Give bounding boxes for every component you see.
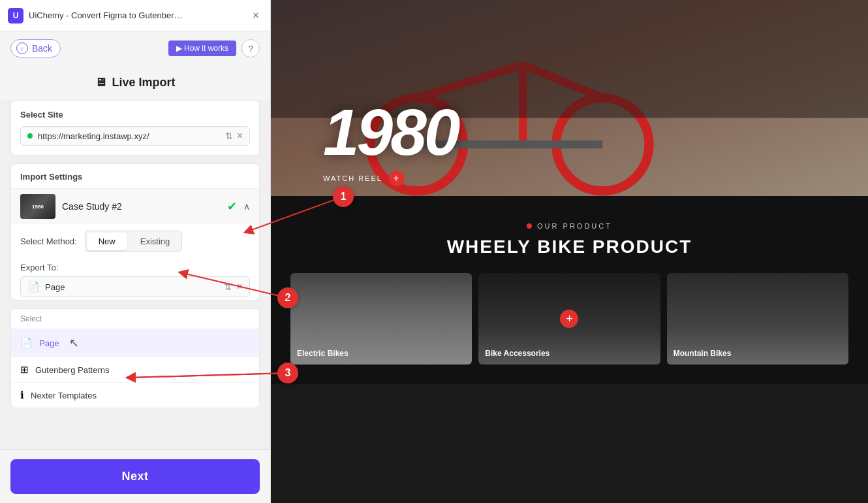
back-arrow-icon: ‹ xyxy=(16,42,28,54)
cursor-icon: ↖ xyxy=(69,336,79,350)
left-panel: U UiChemy - Convert Figma to Gutenberg B… xyxy=(0,0,271,503)
page-dropdown-icon: 📄 xyxy=(20,337,33,349)
export-clear-button[interactable]: × xyxy=(237,282,243,292)
method-new-button[interactable]: New xyxy=(87,233,127,250)
thumb-inner: 1980 xyxy=(20,194,55,219)
nexter-dropdown-icon: ℹ xyxy=(20,389,24,401)
hero-year: 1980 xyxy=(323,95,457,170)
export-arrows[interactable]: ⇅ xyxy=(224,282,232,292)
dropdown-patterns-label: Gutenberg Patterns xyxy=(35,365,109,375)
dropdown-box: Select 📄 Page ↖ ⊞ Gutenberg Patterns ℹ N… xyxy=(10,308,260,408)
check-icon: ✔ xyxy=(227,199,237,214)
accessories-label: Bike Accessories xyxy=(485,349,550,358)
site-url-text: https://marketing.instawp.xyz/ xyxy=(38,131,220,141)
site-select-arrows[interactable]: ⇅ xyxy=(225,131,233,141)
preview-products: OUR PRODUCT WHEELY BIKE PRODUCT Electric… xyxy=(271,196,868,384)
right-panel: 1980 WATCH REEL + OUR PRODUCT WHEELY BIK… xyxy=(271,0,868,503)
select-method-label: Select Method: xyxy=(20,236,77,246)
how-it-works-label: ▶ How it works xyxy=(176,44,228,53)
case-study-row: 1980 Case Study #2 ✔ ∧ xyxy=(11,188,259,224)
panel-content: ‹ Back ▶ How it works ? 🖥 Live Import Se… xyxy=(0,31,270,449)
next-button[interactable]: Next xyxy=(10,459,260,494)
live-import-title: Live Import xyxy=(112,76,175,89)
app-title: UiChemy - Convert Figma to Gutenberg Blo… xyxy=(29,10,185,20)
how-it-works-button[interactable]: ▶ How it works xyxy=(168,41,236,56)
title-bar-left: U UiChemy - Convert Figma to Gutenberg B… xyxy=(8,8,185,24)
site-clear-button[interactable]: × xyxy=(237,131,243,141)
dropdown-nexter-label: Nexter Templates xyxy=(31,391,97,400)
watch-reel-text: WATCH REEL xyxy=(323,174,382,182)
export-value: Page xyxy=(45,282,219,292)
help-button[interactable]: ? xyxy=(241,39,260,57)
our-product-label: OUR PRODUCT xyxy=(290,222,848,230)
collapse-icon[interactable]: ∧ xyxy=(243,201,250,212)
product-card-mountain: Mountain Bikes xyxy=(667,273,848,365)
red-dot xyxy=(527,223,532,229)
top-nav-right: ▶ How it works ? xyxy=(168,39,260,57)
dropdown-item-nexter[interactable]: ℹ Nexter Templates xyxy=(11,383,259,408)
select-site-section: Select Site https://marketing.instawp.xy… xyxy=(10,100,260,155)
patterns-dropdown-icon: ⊞ xyxy=(20,364,29,376)
export-select-row: 📄 Page ⇅ × xyxy=(20,276,250,297)
mountain-label: Mountain Bikes xyxy=(674,349,732,358)
thumb-number: 1980 xyxy=(32,204,44,210)
dropdown-page-label: Page xyxy=(39,338,59,348)
case-study-thumbnail: 1980 xyxy=(20,194,55,219)
app-icon: U xyxy=(8,8,23,24)
product-grid: Electric Bikes + Bike Accessories Mounta… xyxy=(290,273,848,365)
bottom-bar: Next xyxy=(0,449,270,503)
case-study-name: Case Study #2 xyxy=(62,201,221,212)
method-toggle: New Existing xyxy=(85,231,183,252)
top-nav: ‹ Back ▶ How it works ? xyxy=(0,31,270,65)
site-select-row: https://marketing.instawp.xyz/ ⇅ × xyxy=(20,126,250,146)
select-method-row: Select Method: New Existing xyxy=(11,224,259,259)
back-label: Back xyxy=(32,43,52,54)
product-title: WHEELY BIKE PRODUCT xyxy=(290,236,848,257)
import-settings-box: Import Settings 1980 Case Study #2 ✔ ∧ S… xyxy=(10,163,260,300)
help-icon: ? xyxy=(248,44,253,54)
select-site-label: Select Site xyxy=(20,110,250,120)
export-to-label: Export To: xyxy=(20,263,250,272)
connection-status-dot xyxy=(27,133,33,138)
window-close-button[interactable]: × xyxy=(249,9,262,22)
accessories-plus[interactable]: + xyxy=(560,310,578,328)
mountain-card-bg: Mountain Bikes xyxy=(667,273,848,365)
import-settings-label: Import Settings xyxy=(11,164,259,188)
title-bar: U UiChemy - Convert Figma to Gutenberg B… xyxy=(0,0,270,31)
page-icon: 📄 xyxy=(27,281,40,293)
back-button[interactable]: ‹ Back xyxy=(10,39,61,57)
product-card-electric: Electric Bikes xyxy=(290,273,472,365)
hero-background: 1980 WATCH REEL + xyxy=(271,0,868,196)
preview-hero: 1980 WATCH REEL + xyxy=(271,0,868,196)
electric-card-bg: Electric Bikes xyxy=(290,273,472,365)
dropdown-select-label: Select xyxy=(11,309,259,329)
dropdown-item-patterns[interactable]: ⊞ Gutenberg Patterns xyxy=(11,357,259,383)
live-import-header: 🖥 Live Import xyxy=(0,65,270,100)
export-to-row: Export To: 📄 Page ⇅ × xyxy=(11,259,259,300)
watch-reel-row: WATCH REEL + xyxy=(323,170,405,186)
monitor-icon: 🖥 xyxy=(95,76,106,89)
product-card-accessories: + Bike Accessories xyxy=(478,273,660,365)
accessories-card-bg: + Bike Accessories xyxy=(478,273,660,365)
method-existing-button[interactable]: Existing xyxy=(129,231,182,252)
site-select-controls: ⇅ × xyxy=(225,131,243,141)
dropdown-item-page[interactable]: 📄 Page ↖ xyxy=(11,329,259,357)
electric-label: Electric Bikes xyxy=(297,349,349,358)
watch-reel-plus[interactable]: + xyxy=(389,170,405,186)
